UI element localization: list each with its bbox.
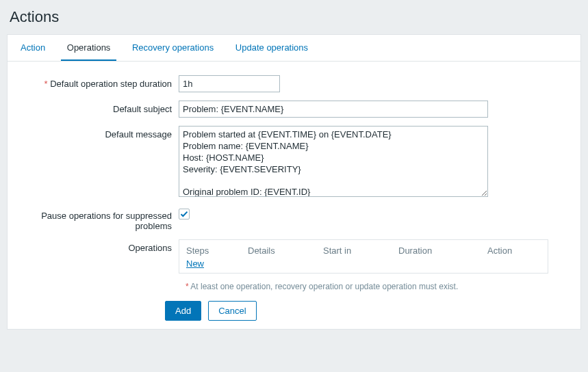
col-action: Action — [487, 245, 541, 256]
hint-star: * — [186, 282, 189, 291]
tab-recovery-operations[interactable]: Recovery operations — [126, 35, 220, 61]
label-operations: Operations — [14, 239, 179, 253]
col-start-in: Start in — [323, 245, 398, 256]
tabs: Action Operations Recovery operations Up… — [8, 35, 580, 62]
hint-text: At least one operation, recovery operati… — [190, 282, 458, 291]
textarea-default-message[interactable]: Problem started at {EVENT.TIME} on {EVEN… — [179, 126, 488, 197]
checkbox-pause-operations[interactable] — [179, 209, 190, 220]
cancel-button[interactable]: Cancel — [208, 301, 256, 321]
add-button[interactable]: Add — [165, 301, 201, 321]
check-icon — [180, 210, 188, 218]
form-body: Default operation step duration Default … — [8, 62, 580, 329]
required-hint: * At least one operation, recovery opera… — [179, 282, 574, 291]
operations-table: Steps Details Start in Duration Action N… — [179, 239, 548, 274]
label-default-subject: Default subject — [14, 101, 179, 114]
col-steps: Steps — [186, 245, 248, 256]
tab-action[interactable]: Action — [14, 35, 51, 61]
button-row: Add Cancel — [165, 301, 574, 321]
col-duration: Duration — [398, 245, 487, 256]
col-details: Details — [248, 245, 323, 256]
page-title: Actions — [7, 7, 581, 34]
label-pause-operations: Pause operations for suppressed problems — [14, 207, 179, 231]
form-panel: Action Operations Recovery operations Up… — [7, 34, 581, 330]
label-default-message: Default message — [14, 126, 179, 140]
operations-table-header: Steps Details Start in Duration Action — [186, 245, 541, 256]
input-step-duration[interactable] — [179, 75, 280, 92]
new-operation-link[interactable]: New — [186, 258, 204, 269]
label-step-duration: Default operation step duration — [14, 75, 179, 89]
tab-operations[interactable]: Operations — [61, 35, 117, 61]
input-default-subject[interactable] — [179, 101, 488, 118]
tab-update-operations[interactable]: Update operations — [229, 35, 314, 61]
